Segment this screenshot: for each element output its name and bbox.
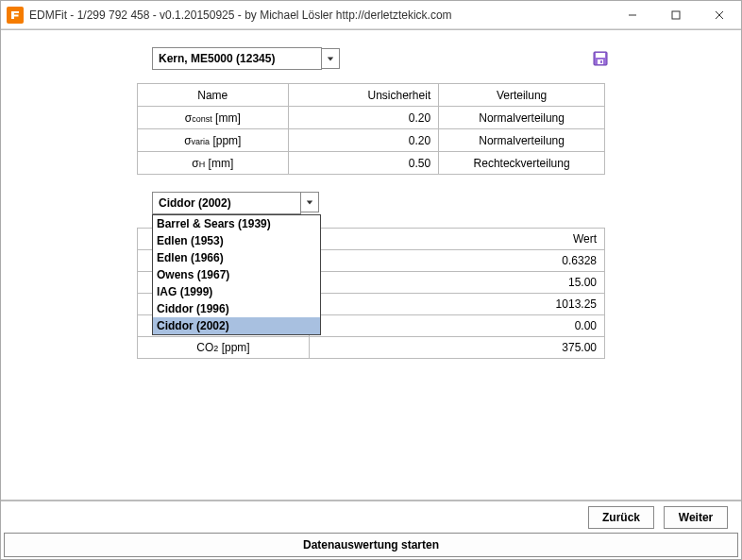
- minimize-button[interactable]: [611, 1, 654, 28]
- value-row-value[interactable]: 375.00: [310, 337, 605, 359]
- formula-option[interactable]: Ciddor (1996): [153, 300, 320, 317]
- window-title: EDMFit - 1/299 792 458 - v0.1.20150925 -…: [29, 8, 611, 22]
- svg-rect-8: [600, 60, 602, 63]
- value-row-value[interactable]: 0.6328: [310, 250, 605, 272]
- svg-marker-9: [307, 200, 312, 204]
- uncert-row-dist[interactable]: Rechteckverteilung: [439, 152, 605, 175]
- formula-combo-wrap: Ciddor (2002) Barrel & Sears (1939) Edle…: [152, 192, 341, 214]
- value-header-right: Wert: [310, 229, 605, 250]
- maximize-button[interactable]: [654, 1, 698, 28]
- table-row: σvaria [ppm] 0.20 Normalverteilung: [138, 129, 605, 152]
- uncert-row-value[interactable]: 0.20: [288, 107, 439, 129]
- svg-rect-1: [672, 11, 680, 19]
- formula-option[interactable]: Barrel & Sears (1939): [153, 215, 320, 232]
- uncert-header-dist: Verteilung: [439, 84, 605, 107]
- content-area: Kern, ME5000 (12345) Name Unsicherheit V…: [1, 29, 741, 501]
- formula-option[interactable]: Edlen (1966): [153, 249, 320, 266]
- uncertainty-table: Name Unsicherheit Verteilung σconst [mm]…: [137, 83, 605, 175]
- titlebar: EDMFit - 1/299 792 458 - v0.1.20150925 -…: [1, 1, 741, 29]
- formula-option[interactable]: Owens (1967): [153, 266, 320, 283]
- formula-option[interactable]: Edlen (1953): [153, 232, 320, 249]
- value-row-value[interactable]: 15.00: [310, 272, 605, 294]
- back-button[interactable]: Zurück: [588, 506, 654, 529]
- top-row: Kern, ME5000 (12345): [152, 47, 609, 70]
- formula-option[interactable]: IAG (1999): [153, 283, 320, 300]
- start-evaluation-button[interactable]: Datenauswertung starten: [4, 533, 738, 557]
- uncert-row-name: σH [mm]: [138, 152, 289, 175]
- uncert-header-name: Name: [138, 84, 289, 107]
- close-button[interactable]: [698, 1, 741, 28]
- uncert-row-name: σconst [mm]: [138, 107, 289, 129]
- uncert-row-dist[interactable]: Normalverteilung: [439, 129, 605, 152]
- uncert-header-uncert: Unsicherheit: [288, 84, 439, 107]
- uncert-row-name: σvaria [ppm]: [138, 129, 289, 152]
- table-row: σH [mm] 0.50 Rechteckverteilung: [138, 152, 605, 175]
- svg-rect-6: [596, 53, 605, 58]
- uncert-row-dist[interactable]: Normalverteilung: [439, 107, 605, 129]
- window-controls: [611, 1, 741, 28]
- table-row: CO2 [ppm] 375.00: [138, 337, 605, 359]
- instrument-combo-arrow[interactable]: [321, 48, 340, 69]
- button-bar: Zurück Weiter: [1, 501, 741, 533]
- uncert-row-value[interactable]: 0.20: [288, 129, 439, 152]
- uncert-row-value[interactable]: 0.50: [288, 152, 439, 175]
- value-row-value[interactable]: 0.00: [310, 315, 605, 337]
- table-row: σconst [mm] 0.20 Normalverteilung: [138, 107, 605, 129]
- value-row-label: CO2 [ppm]: [138, 337, 310, 359]
- value-row-value[interactable]: 1013.25: [310, 294, 605, 315]
- instrument-combo[interactable]: Kern, ME5000 (12345): [152, 47, 322, 70]
- save-icon[interactable]: [592, 50, 609, 67]
- formula-combo-arrow[interactable]: [300, 192, 319, 212]
- formula-dropdown-list: Barrel & Sears (1939) Edlen (1953) Edlen…: [152, 214, 321, 335]
- formula-option-selected[interactable]: Ciddor (2002): [153, 317, 320, 334]
- svg-marker-4: [328, 57, 333, 60]
- next-button[interactable]: Weiter: [664, 506, 728, 529]
- formula-combo[interactable]: Ciddor (2002): [152, 192, 301, 214]
- app-icon: [7, 7, 24, 24]
